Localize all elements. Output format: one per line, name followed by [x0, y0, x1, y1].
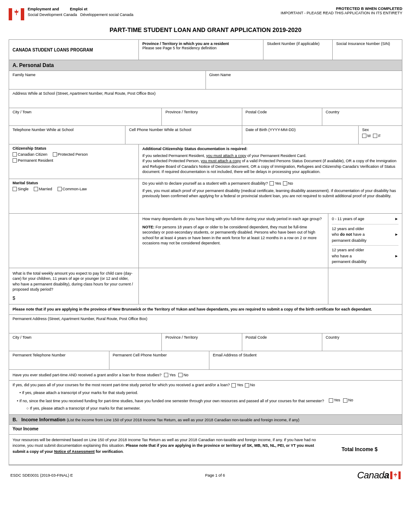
- study-yes-label: Yes: [169, 372, 176, 378]
- courses-yes-label: Yes: [237, 382, 243, 388]
- sex-options: M F: [362, 134, 398, 138]
- courses-no-checkbox[interactable]: [245, 383, 249, 388]
- school-postal-label: Postal Code: [246, 110, 318, 114]
- header-left: Employment and Emploi et Social Developm…: [9, 6, 133, 22]
- canadian-citizen-option[interactable]: Canadian Citizen: [13, 152, 48, 157]
- canada-wordmark-text: Canad: [357, 470, 384, 481]
- sex-m-option[interactable]: M: [362, 134, 371, 138]
- study-no-option[interactable]: No: [178, 372, 189, 378]
- married-option[interactable]: Married: [34, 187, 52, 191]
- student-number-label: Student Number (if applicable): [267, 42, 329, 46]
- citizenship-left: Citizenship Status Canadian Citizen Prot…: [9, 144, 139, 179]
- study-no-label: No: [183, 372, 189, 378]
- common-law-option[interactable]: Common-Law: [58, 187, 87, 191]
- sex-f-option[interactable]: F: [373, 134, 381, 138]
- perm-address-label: Permanent Address (Street, Apartment Num…: [13, 317, 398, 321]
- funded-no-checkbox[interactable]: [343, 398, 347, 403]
- dep-group2-arrow[interactable]: ►: [395, 232, 398, 238]
- canada-flag-wordmark-icon: [390, 471, 401, 479]
- total-income-label: Total Income $: [341, 446, 377, 452]
- dep-group3-arrow[interactable]: ►: [395, 253, 398, 260]
- protected-person-option[interactable]: Protected Person: [53, 152, 88, 157]
- single-option[interactable]: Single: [13, 187, 29, 191]
- main-form: CANADA STUDENT LOANS PROGRAM Province / …: [9, 39, 402, 465]
- dependants-group2-text: 12 years and olderwho do not have aperma…: [332, 226, 366, 244]
- sex-m-label: M: [367, 134, 371, 138]
- school-telephone-cell: Telephone Number While at School: [9, 126, 125, 144]
- given-name-label: Given Name: [209, 73, 399, 77]
- school-cellphone-label: Cell Phone Number While at School: [129, 128, 238, 132]
- courses-no-label: No: [250, 382, 255, 388]
- funded-yes-label: Yes: [334, 397, 340, 403]
- disability-no-label: No: [288, 181, 293, 186]
- income-text-left: Your resources will be determined based …: [13, 437, 321, 462]
- family-name-cell: Family Name: [9, 71, 206, 89]
- marital-left: Marital Status Single Married Common-Law: [9, 179, 139, 213]
- section-b-header: B. Income Information (List the income f…: [9, 415, 402, 425]
- phone-row: Telephone Number While at School Cell Ph…: [9, 126, 402, 144]
- school-postal-cell: Postal Code: [242, 108, 322, 125]
- funded-yes-option[interactable]: Yes: [329, 397, 340, 403]
- your-income-row: Your Income: [9, 425, 402, 435]
- permanent-resident-label: Permanent Resident: [18, 158, 53, 163]
- footer-right: Canad a: [357, 470, 401, 481]
- married-checkbox[interactable]: [34, 187, 38, 191]
- childcare-right: [328, 268, 402, 304]
- canadian-citizen-checkbox[interactable]: [13, 152, 17, 157]
- common-law-checkbox[interactable]: [58, 187, 62, 191]
- transcript-note: • If yes, please attach a transcript of …: [13, 390, 398, 396]
- sex-f-checkbox[interactable]: [373, 134, 377, 138]
- email-label: Email Address of Student: [213, 353, 398, 357]
- dep-mid: How many dependants do you have living w…: [139, 214, 328, 268]
- disability-no-checkbox[interactable]: [283, 181, 287, 186]
- disability-note: If yes, you must attach proof of your pe…: [142, 188, 398, 199]
- single-checkbox[interactable]: [13, 187, 17, 191]
- dept-fr-line1: Emploi et: [70, 7, 88, 11]
- study-yes-option[interactable]: Yes: [164, 372, 176, 378]
- courses-yes-option[interactable]: Yes: [231, 382, 243, 388]
- nb-note-row: Please note that if you are applying in …: [9, 304, 402, 315]
- citizenship-options: Canadian Citizen Protected Person: [13, 152, 135, 157]
- study-yes-checkbox[interactable]: [164, 373, 168, 377]
- province-label: Province / Territory in which you are a …: [142, 42, 260, 46]
- citizenship-label: Citizenship Status: [13, 146, 135, 151]
- dob-label: Date of Birth (YYYY-MM-DD): [246, 128, 355, 132]
- disability-no-option[interactable]: No: [283, 181, 293, 186]
- sex-m-checkbox[interactable]: [362, 134, 366, 138]
- dependants-note: NOTE: For persons 18 years of age or old…: [142, 224, 324, 246]
- page-header: Employment and Emploi et Social Developm…: [9, 6, 402, 22]
- school-cellphone-cell: Cell Phone Number While at School: [125, 126, 242, 144]
- study-question-row: Have you ever studied part-time AND rece…: [9, 370, 402, 381]
- courses-question: If yes, did you pass all of your courses…: [13, 382, 230, 388]
- school-country-label: Country: [326, 110, 398, 114]
- courses-yes-checkbox[interactable]: [231, 383, 236, 388]
- funded-yes-checkbox[interactable]: [329, 398, 333, 403]
- study-no-checkbox[interactable]: [178, 373, 183, 377]
- perm-country-cell: Country: [322, 333, 402, 351]
- disability-yes-checkbox[interactable]: [270, 181, 274, 186]
- disability-yes-option[interactable]: Yes: [270, 181, 281, 186]
- canada-a-accent: a: [384, 470, 389, 481]
- perm-telephone-label: Permanent Telephone Number: [13, 353, 106, 357]
- single-label: Single: [18, 187, 29, 191]
- marital-right: Do you wish to declare yourself as a stu…: [139, 179, 402, 213]
- courses-no-option[interactable]: No: [245, 382, 255, 388]
- childcare-dollar: $: [13, 295, 135, 301]
- disability-question-row: Do you wish to declare yourself as a stu…: [142, 181, 398, 186]
- perm-province-label: Province / Territory: [165, 335, 238, 340]
- sex-cell: Sex M F: [359, 126, 402, 144]
- dep-group1-arrow[interactable]: ►: [395, 216, 398, 222]
- perm-address-row: Permanent Address (Street, Apartment Num…: [9, 315, 402, 333]
- married-label: Married: [39, 187, 52, 191]
- total-income-cell: Total Income $: [321, 437, 398, 462]
- permanent-resident-option[interactable]: Permanent Resident: [13, 158, 135, 163]
- sin-field: Social Insurance Number (SIN): [333, 40, 402, 60]
- permanent-resident-checkbox[interactable]: [13, 158, 17, 163]
- funded-no-option[interactable]: No: [343, 397, 353, 403]
- funded-transcript-note: ○ If yes, please attach a transcript of …: [13, 406, 398, 412]
- given-name-cell: Given Name: [206, 71, 402, 89]
- svg-rect-6: [398, 471, 401, 479]
- dependants-group3-text: 12 years and olderwho have apermanent di…: [332, 247, 366, 265]
- protected-person-checkbox[interactable]: [53, 152, 57, 157]
- dob-cell: Date of Birth (YYYY-MM-DD): [242, 126, 359, 144]
